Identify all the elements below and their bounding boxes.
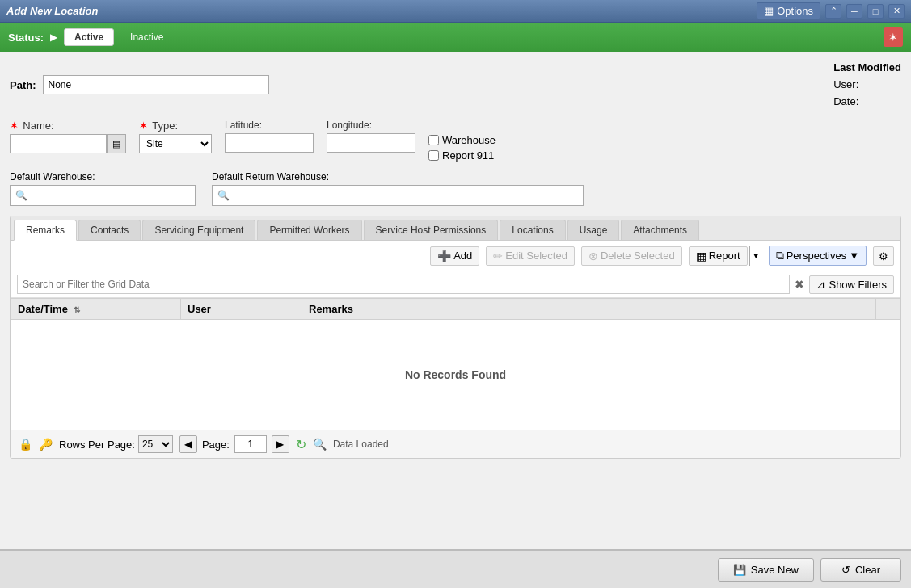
warehouse-checkbox-text: Warehouse — [442, 134, 496, 146]
clear-search-button[interactable]: ✖ — [795, 278, 804, 291]
page-navigation: ◀ Page: ▶ — [179, 435, 289, 453]
col-header-remarks[interactable]: Remarks — [302, 299, 876, 320]
delete-selected-label: Delete Selected — [601, 250, 675, 262]
name-input[interactable] — [10, 134, 107, 153]
default-return-warehouse-search-icon: 🔍 — [217, 190, 230, 201]
col-remarks-label: Remarks — [309, 303, 353, 315]
refresh-button[interactable]: ↻ — [296, 437, 306, 452]
next-page-button[interactable]: ▶ — [272, 435, 289, 453]
checkbox-group: Warehouse Report 911 — [428, 134, 496, 162]
report-button[interactable]: ▦ Report — [689, 246, 748, 266]
last-modified-title: Last Modified — [833, 60, 901, 77]
main-content: Path: Last Modified User: Date: ✶ Name: … — [0, 52, 911, 549]
report-label: Report — [709, 250, 740, 262]
default-warehouse-group: Default Warehouse: 🔍 — [10, 171, 196, 206]
default-return-warehouse-label: Default Return Warehouse: — [212, 171, 584, 183]
longitude-label: Longitude: — [327, 120, 415, 131]
default-warehouse-search-icon: 🔍 — [15, 190, 27, 201]
status-close-button[interactable]: ✶ — [884, 27, 903, 47]
maximize-button[interactable]: □ — [867, 4, 884, 19]
lock-icon: 🔒 — [19, 438, 32, 451]
delete-selected-button[interactable]: ⊗ Delete Selected — [581, 246, 682, 266]
grid-table: Date/Time ⇅ User Remarks No Records Foun… — [11, 298, 900, 430]
name-field-group: ✶ Name: ▤ — [10, 120, 126, 153]
type-select[interactable]: Site Building Floor Room — [139, 134, 212, 153]
col-user-label: User — [188, 303, 211, 315]
last-modified-date: Date: — [833, 94, 901, 111]
path-input[interactable] — [43, 75, 269, 94]
edit-icon: ✏ — [493, 250, 503, 262]
default-warehouse-search[interactable]: 🔍 — [10, 185, 196, 206]
show-filters-button[interactable]: ⊿ Show Filters — [809, 275, 894, 294]
perspectives-label: Perspectives — [787, 250, 846, 262]
latitude-field-group: Latitude: — [225, 120, 314, 153]
last-modified-section: Last Modified User: Date: — [833, 60, 901, 110]
clear-label: Clear — [855, 564, 880, 576]
default-return-warehouse-search[interactable]: 🔍 — [212, 185, 584, 206]
tab-remarks[interactable]: Remarks — [14, 220, 77, 241]
warehouse-checkbox[interactable] — [428, 135, 439, 145]
save-new-button[interactable]: 💾 Save New — [718, 558, 814, 582]
report911-checkbox-label[interactable]: Report 911 — [428, 149, 496, 162]
perspectives-dropdown-icon: ▼ — [849, 250, 859, 262]
latitude-input[interactable] — [225, 133, 314, 153]
inactive-status-button[interactable]: Inactive — [120, 29, 173, 45]
zoom-button[interactable]: 🔍 — [313, 438, 327, 451]
tab-contacts[interactable]: Contacts — [78, 220, 141, 240]
tab-service-host-permissions[interactable]: Service Host Permissions — [364, 220, 499, 240]
rows-per-page-label: Rows Per Page: — [59, 439, 135, 451]
grid-search-input[interactable] — [17, 275, 790, 294]
tab-permitted-workers[interactable]: Permitted Workers — [257, 220, 361, 240]
warehouse-row: Default Warehouse: 🔍 Default Return Ware… — [10, 171, 901, 206]
key-icon: 🔑 — [39, 438, 53, 451]
window-title: Add New Location — [6, 5, 98, 17]
grid-toolbar: ➕ Add ✏ Edit Selected ⊗ Delete Selected … — [11, 241, 900, 271]
options-label: Options — [777, 5, 813, 17]
add-label: Add — [453, 250, 472, 262]
report911-checkbox[interactable] — [428, 150, 439, 161]
report911-checkbox-text: Report 911 — [442, 149, 494, 162]
clear-icon: ↺ — [841, 564, 850, 576]
col-header-user[interactable]: User — [181, 299, 302, 320]
footer-bar: 💾 Save New ↺ Clear — [0, 549, 911, 588]
grid-search-bar: ✖ ⊿ Show Filters — [11, 271, 900, 298]
page-number-input[interactable] — [234, 435, 267, 453]
filter-icon: ⊿ — [816, 279, 825, 291]
grid-empty-message: No Records Found — [11, 320, 900, 430]
prev-page-button[interactable]: ◀ — [179, 435, 197, 453]
title-bar-controls: ▦ Options ⌃ ─ □ ✕ — [757, 2, 905, 19]
rows-per-page-select[interactable]: 10 25 50 100 — [138, 435, 173, 453]
path-label: Path: — [10, 79, 36, 91]
col-header-datetime[interactable]: Date/Time ⇅ — [11, 299, 181, 320]
edit-selected-label: Edit Selected — [505, 250, 567, 262]
close-button[interactable]: ✕ — [888, 4, 905, 19]
rows-per-page-control: Rows Per Page: 10 25 50 100 — [59, 435, 173, 453]
default-warehouse-label: Default Warehouse: — [10, 171, 196, 183]
status-label: Status: — [8, 32, 44, 44]
page-label: Page: — [202, 439, 230, 451]
tab-attachments[interactable]: Attachments — [621, 220, 699, 240]
latitude-label: Latitude: — [225, 120, 314, 131]
sort-icon-datetime: ⇅ — [74, 305, 80, 314]
longitude-input[interactable] — [327, 133, 415, 153]
add-button[interactable]: ➕ Add — [430, 246, 479, 266]
report-dropdown-button[interactable]: ▼ — [749, 246, 762, 266]
settings-gear-button[interactable]: ⚙ — [873, 246, 894, 266]
fields-row: ✶ Name: ▤ ✶ Type: Site Building Floor Ro… — [10, 120, 901, 162]
tab-usage[interactable]: Usage — [567, 220, 620, 240]
data-loaded-label: Data Loaded — [333, 439, 389, 450]
tab-servicing-equipment[interactable]: Servicing Equipment — [142, 220, 255, 240]
perspectives-button[interactable]: ⧉ Perspectives ▼ — [769, 246, 867, 266]
restore-button[interactable]: ⌃ — [825, 4, 841, 19]
active-status-button[interactable]: Active — [64, 28, 114, 46]
grid-body: No Records Found — [11, 320, 900, 430]
options-grid-icon: ▦ — [764, 5, 774, 17]
warehouse-checkbox-label[interactable]: Warehouse — [428, 134, 496, 146]
clear-button[interactable]: ↺ Clear — [820, 558, 901, 582]
options-menu[interactable]: ▦ Options — [757, 2, 820, 19]
edit-selected-button[interactable]: ✏ Edit Selected — [486, 246, 575, 266]
minimize-button[interactable]: ─ — [846, 4, 862, 19]
name-browse-button[interactable]: ▤ — [107, 134, 126, 153]
tab-locations[interactable]: Locations — [500, 220, 565, 240]
grid-footer: 🔒 🔑 Rows Per Page: 10 25 50 100 ◀ Page: … — [11, 430, 900, 458]
